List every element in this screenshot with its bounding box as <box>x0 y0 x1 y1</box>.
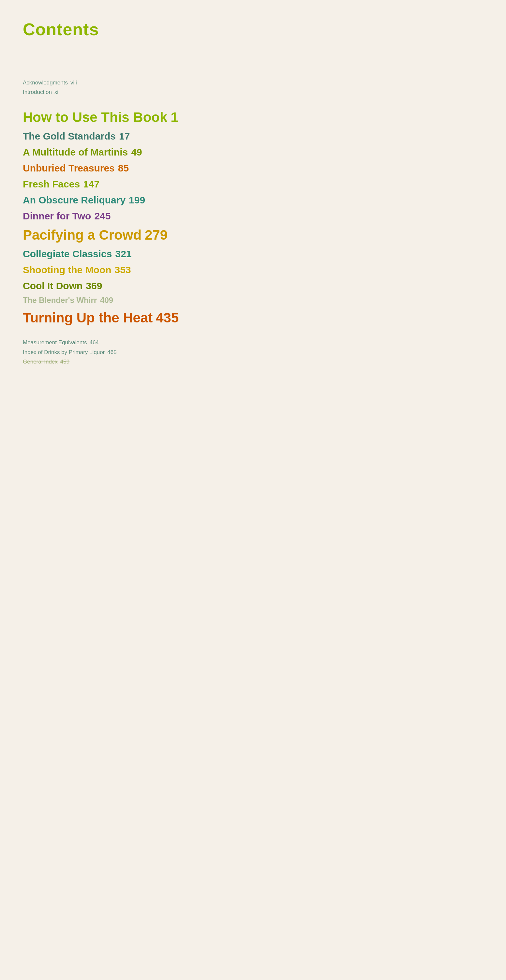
chapter-item: Pacifying a Crowd279 <box>23 224 230 245</box>
chapter-page-number: 147 <box>83 177 99 191</box>
back-matter-measurement: Measurement Equivalents464 <box>23 338 230 348</box>
chapter-title: Fresh Faces <box>23 177 80 191</box>
chapter-page-number: 353 <box>115 262 131 277</box>
chapter-page-number: 1 <box>170 107 178 127</box>
chapter-title: The Gold Standards <box>23 129 116 143</box>
chapter-page-number: 435 <box>156 307 179 328</box>
chapter-item: Turning Up the Heat435 <box>23 307 230 328</box>
chapter-title: Unburied Treasures <box>23 161 115 175</box>
chapter-item: Fresh Faces147 <box>23 177 230 191</box>
chapter-page-number: 49 <box>131 145 142 159</box>
front-matter-section: Acknowledgmentsviii Introductionxi <box>23 78 230 97</box>
chapter-item: Collegiate Classics321 <box>23 247 230 261</box>
back-matter-section: Measurement Equivalents464 Index of Drin… <box>23 338 230 367</box>
chapter-title: Pacifying a Crowd <box>23 224 142 245</box>
back-matter-index-liquor: Index of Drinks by Primary Liquor465 <box>23 348 230 357</box>
chapter-page-number: 85 <box>118 161 129 175</box>
chapter-title: Collegiate Classics <box>23 247 112 261</box>
chapter-item: Dinner for Two245 <box>23 208 230 223</box>
chapter-item: How to Use This Book1 <box>23 107 230 127</box>
chapter-page-number: 245 <box>94 208 111 223</box>
front-matter-acknowledgments: Acknowledgmentsviii <box>23 78 230 88</box>
chapter-title: An Obscure Reliquary <box>23 192 126 207</box>
chapter-item: An Obscure Reliquary199 <box>23 192 230 207</box>
chapter-title: Shooting the Moon <box>23 262 111 277</box>
chapter-item: Cool It Down369 <box>23 278 230 293</box>
chapter-item: The Gold Standards17 <box>23 129 230 143</box>
back-matter-general-index: General Index459 <box>23 357 230 367</box>
chapter-item: Shooting the Moon353 <box>23 262 230 277</box>
chapters-section: How to Use This Book1The Gold Standards1… <box>23 107 230 328</box>
chapter-item: A Multitude of Martinis49 <box>23 145 230 159</box>
chapter-page-number: 17 <box>119 129 130 143</box>
chapter-title: Dinner for Two <box>23 208 91 223</box>
chapter-item: Unburied Treasures85 <box>23 161 230 175</box>
chapter-title: Cool It Down <box>23 278 83 293</box>
chapter-title: The Blender's Whirr <box>23 294 97 306</box>
chapter-page-number: 199 <box>129 192 145 207</box>
chapter-item: The Blender's Whirr409 <box>23 294 230 306</box>
page-title: Contents <box>23 19 230 39</box>
chapter-page-number: 369 <box>86 278 102 293</box>
chapter-title: Turning Up the Heat <box>23 307 153 328</box>
front-matter-introduction: Introductionxi <box>23 88 230 97</box>
chapter-page-number: 321 <box>115 247 131 261</box>
chapter-title: How to Use This Book <box>23 107 167 127</box>
chapter-title: A Multitude of Martinis <box>23 145 128 159</box>
chapter-page-number: 279 <box>145 224 167 245</box>
chapter-page-number: 409 <box>100 294 113 306</box>
